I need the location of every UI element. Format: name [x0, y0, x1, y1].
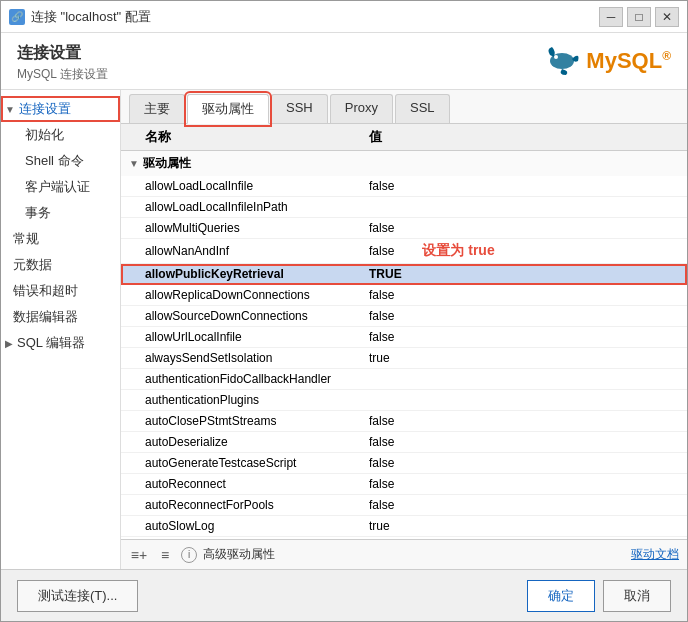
- tab-ssl[interactable]: SSL: [395, 94, 450, 123]
- table-row[interactable]: autoClosePStmtStreams false: [121, 411, 687, 432]
- row-value: TRUE: [369, 267, 679, 281]
- sidebar-item-shell-command[interactable]: Shell 命令: [1, 148, 120, 174]
- table-row[interactable]: allowReplicaDownConnections false: [121, 285, 687, 306]
- window-icon: 🔗: [9, 9, 25, 25]
- table-row[interactable]: allowLoadLocalInfileInPath: [121, 197, 687, 218]
- close-button[interactable]: ✕: [655, 7, 679, 27]
- row-name: autoReconnectForPools: [129, 498, 369, 512]
- table-row[interactable]: autoGenerateTestcaseScript false: [121, 453, 687, 474]
- main-window: 🔗 连接 "localhost" 配置 ─ □ ✕ 连接设置 MySQL 连接设…: [0, 0, 688, 622]
- table-row[interactable]: autoDeserialize false: [121, 432, 687, 453]
- expand-icon[interactable]: ▼: [129, 158, 139, 169]
- row-value: false: [369, 456, 679, 470]
- row-name: allowMultiQueries: [129, 221, 369, 235]
- footer-right: 确定 取消: [527, 580, 671, 612]
- ok-button[interactable]: 确定: [527, 580, 595, 612]
- sidebar-item-services[interactable]: 事务: [1, 200, 120, 226]
- tab-ssh-label: SSH: [286, 100, 313, 115]
- maximize-button[interactable]: □: [627, 7, 651, 27]
- row-name: autoClosePStmtStreams: [129, 414, 369, 428]
- cancel-button[interactable]: 取消: [603, 580, 671, 612]
- mysql-dolphin-icon: [542, 43, 582, 79]
- minimize-button[interactable]: ─: [599, 7, 623, 27]
- tab-driver-props-label: 驱动属性: [202, 101, 254, 116]
- tabs-bar: 主要 驱动属性 SSH Proxy SSL: [121, 90, 687, 124]
- sidebar-item-connection-settings[interactable]: ▼ 连接设置: [1, 96, 120, 122]
- expand-arrow-icon: ▶: [5, 338, 13, 349]
- table-row[interactable]: allowMultiQueries false: [121, 218, 687, 239]
- sidebar-item-init[interactable]: 初始化: [1, 122, 120, 148]
- sidebar-item-label: Shell 命令: [25, 152, 84, 170]
- advanced-props-label: 高级驱动属性: [203, 546, 275, 563]
- add-row-icon[interactable]: ≡+: [129, 545, 149, 565]
- row-name: allowUrlLocalInfile: [129, 330, 369, 344]
- sidebar-item-data-editor[interactable]: 数据编辑器: [1, 304, 120, 330]
- sidebar-item-label: 客户端认证: [25, 178, 90, 196]
- table-row[interactable]: autoSlowLog true: [121, 516, 687, 537]
- sidebar-item-errors[interactable]: 错误和超时: [1, 278, 120, 304]
- tab-proxy-label: Proxy: [345, 100, 378, 115]
- table-area: 名称 值 ▼ 驱动属性 allowLoadLocalInfile false: [121, 124, 687, 539]
- row-value: false 设置为 true: [369, 242, 679, 260]
- sidebar-item-label: 数据编辑器: [13, 308, 78, 326]
- table-row[interactable]: autoReconnectForPools false: [121, 495, 687, 516]
- tab-main[interactable]: 主要: [129, 94, 185, 123]
- sidebar-item-label: SQL 编辑器: [17, 334, 85, 352]
- sidebar-item-sql-editor[interactable]: ▶ SQL 编辑器: [1, 330, 120, 356]
- sidebar-item-general[interactable]: 常规: [1, 226, 120, 252]
- row-value: true: [369, 519, 679, 533]
- row-name: allowLoadLocalInfileInPath: [129, 200, 369, 214]
- expand-arrow-icon: ▼: [5, 104, 15, 115]
- mysql-logo: MySQL®: [542, 43, 671, 79]
- row-name: alwaysSendSetIsolation: [129, 351, 369, 365]
- table-row[interactable]: autoReconnect false: [121, 474, 687, 495]
- info-icon[interactable]: i: [181, 547, 197, 563]
- row-value: false: [369, 179, 679, 193]
- row-value: false: [369, 414, 679, 428]
- table-row[interactable]: authenticationFidoCallbackHandler: [121, 369, 687, 390]
- col-value-header: 值: [369, 128, 679, 146]
- row-value: false: [369, 330, 679, 344]
- tab-driver-props[interactable]: 驱动属性: [187, 94, 269, 124]
- title-bar: 🔗 连接 "localhost" 配置 ─ □ ✕: [1, 1, 687, 33]
- table-row-highlighted[interactable]: allowPublicKeyRetrieval TRUE: [121, 264, 687, 285]
- table-row[interactable]: alwaysSendSetIsolation true: [121, 348, 687, 369]
- sidebar: ▼ 连接设置 初始化 Shell 命令 客户端认证 事务 常规 元数据 错误: [1, 90, 121, 569]
- row-name: allowLoadLocalInfile: [129, 179, 369, 193]
- title-bar-controls: ─ □ ✕: [599, 7, 679, 27]
- driver-docs-link[interactable]: 驱动文档: [631, 546, 679, 563]
- test-connection-button[interactable]: 测试连接(T)...: [17, 580, 138, 612]
- table-row[interactable]: authenticationPlugins: [121, 390, 687, 411]
- tab-ssh[interactable]: SSH: [271, 94, 328, 123]
- svg-point-1: [554, 55, 558, 59]
- table-row[interactable]: allowNanAndInf false 设置为 true: [121, 239, 687, 264]
- table-scroll[interactable]: ▼ 驱动属性 allowLoadLocalInfile false allowL…: [121, 151, 687, 539]
- title-bar-left: 🔗 连接 "localhost" 配置: [9, 8, 151, 26]
- row-value: false: [369, 309, 679, 323]
- list-icon[interactable]: ≡: [155, 545, 175, 565]
- row-name: allowPublicKeyRetrieval: [129, 267, 369, 281]
- row-value: false: [369, 288, 679, 302]
- sidebar-item-label: 错误和超时: [13, 282, 78, 300]
- page-subtitle: MySQL 连接设置: [17, 66, 108, 83]
- category-label: 驱动属性: [143, 155, 191, 172]
- col-name-header: 名称: [129, 128, 369, 146]
- category-row: ▼ 驱动属性: [121, 151, 687, 176]
- row-name: autoSlowLog: [129, 519, 369, 533]
- sidebar-item-metadata[interactable]: 元数据: [1, 252, 120, 278]
- sidebar-item-label: 常规: [13, 230, 39, 248]
- table-row[interactable]: allowUrlLocalInfile false: [121, 327, 687, 348]
- mysql-logo-text: MySQL®: [586, 48, 671, 74]
- bottom-toolbar: ≡+ ≡ i 高级驱动属性 驱动文档: [121, 539, 687, 569]
- table-row[interactable]: allowLoadLocalInfile false: [121, 176, 687, 197]
- tab-proxy[interactable]: Proxy: [330, 94, 393, 123]
- row-value: false: [369, 498, 679, 512]
- row-name: allowSourceDownConnections: [129, 309, 369, 323]
- right-panel: 主要 驱动属性 SSH Proxy SSL 名称 值: [121, 90, 687, 569]
- table-row[interactable]: allowSourceDownConnections false: [121, 306, 687, 327]
- row-value: false: [369, 477, 679, 491]
- sidebar-item-client-cert[interactable]: 客户端认证: [1, 174, 120, 200]
- row-name: allowReplicaDownConnections: [129, 288, 369, 302]
- sidebar-item-label: 事务: [25, 204, 51, 222]
- sidebar-item-label: 连接设置: [19, 100, 71, 118]
